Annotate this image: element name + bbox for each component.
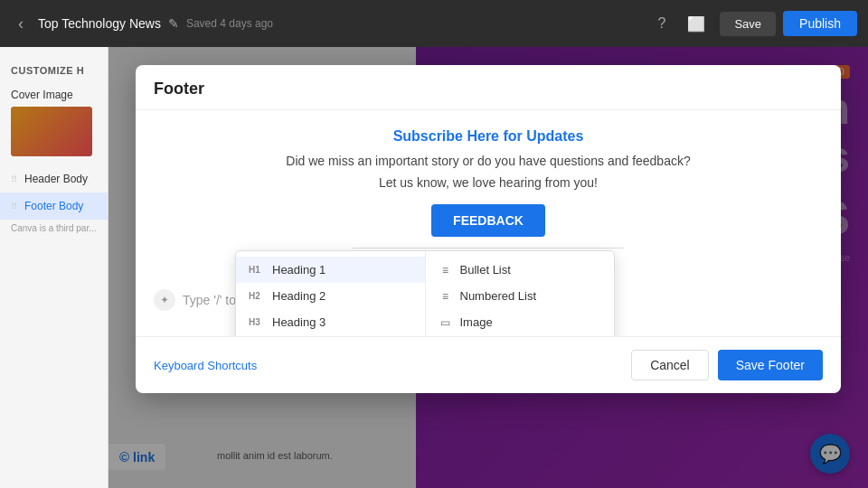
modal-description: Did we miss an important story or do you… [154, 154, 823, 168]
footer-modal: Footer Subscribe Here for Updates Did we… [136, 65, 841, 393]
cover-thumbnail[interactable] [11, 107, 92, 156]
modal-subtext: Let us know, we love hearing from you! [154, 175, 823, 190]
dropdown-columns: H1 Heading 1 H2 Heading 2 H3 Heading 3 [236, 251, 614, 336]
h2-label: Heading 2 [272, 289, 326, 303]
slash-icon: ✦ [154, 289, 175, 311]
h1-level: H1 [249, 265, 265, 275]
numbered-list-icon: ≡ [439, 290, 453, 303]
h3-label: Heading 3 [272, 315, 326, 329]
sidebar-label-header-body: Header Body [24, 173, 88, 185]
h1-label: Heading 1 [272, 263, 326, 277]
insert-dropdown: H1 Heading 1 H2 Heading 2 H3 Heading 3 [235, 250, 615, 336]
cover-thumb-inner [11, 107, 92, 156]
subscribe-link[interactable]: Subscribe Here for Updates [154, 128, 823, 145]
canva-note: Canva is a third par... [0, 220, 108, 237]
drag-handle-header: ⠿ [11, 174, 17, 184]
save-footer-button[interactable]: Save Footer [718, 350, 823, 380]
top-bar: ‹ Top Technology News ✎ Saved 4 days ago… [0, 0, 868, 47]
dropdown-item-button[interactable]: ▭ Button [426, 335, 615, 336]
dropdown-headings-col: H1 Heading 1 H2 Heading 2 H3 Heading 3 [236, 251, 426, 336]
help-button[interactable]: ? [651, 12, 674, 35]
dropdown-item-h1[interactable]: H1 Heading 1 [236, 257, 425, 283]
modal-overlay: Footer Subscribe Here for Updates Did we… [108, 47, 868, 488]
dropdown-item-h4[interactable]: H4 Heading 4 [236, 335, 425, 336]
top-bar-right: ? ⬜ Save Publish [651, 11, 857, 36]
cancel-button[interactable]: Cancel [631, 350, 709, 380]
preview-button[interactable]: ⬜ [680, 12, 712, 36]
publish-button[interactable]: Publish [783, 11, 857, 36]
back-button[interactable]: ‹ [11, 11, 31, 37]
drag-handle-footer: ⠿ [11, 202, 17, 211]
site-title: Top Technology News [38, 16, 161, 31]
dropdown-item-image[interactable]: ▭ Image [426, 309, 615, 335]
dropdown-item-h2[interactable]: H2 Heading 2 [236, 283, 425, 309]
top-bar-left: ‹ Top Technology News ✎ Saved 4 days ago [11, 11, 644, 37]
bullet-list-label: Bullet List [460, 263, 511, 277]
sidebar-section-label: CUSTOMIZE H [0, 56, 108, 80]
dropdown-item-bullet[interactable]: ≡ Bullet List [426, 257, 615, 283]
sidebar-item-header-body[interactable]: ⠿ Header Body [0, 165, 108, 192]
modal-actions: Cancel Save Footer [631, 350, 823, 380]
edit-icon[interactable]: ✎ [168, 16, 179, 31]
save-button[interactable]: Save [720, 12, 776, 36]
numbered-list-label: Numbered List [460, 289, 537, 303]
content-area: RECOMMENDED ech tes S abore et aliquip d… [108, 47, 868, 488]
saved-text: Saved 4 days ago [186, 17, 273, 30]
modal-title: Footer [154, 80, 204, 98]
feedback-button[interactable]: FEEDBACK [431, 204, 545, 237]
modal-header: Footer [136, 65, 841, 110]
h3-level: H3 [249, 317, 265, 327]
image-label: Image [460, 315, 493, 329]
modal-footer: Keyboard Shortcuts Cancel Save Footer [136, 336, 841, 393]
modal-body: Subscribe Here for Updates Did we miss a… [136, 110, 841, 336]
dropdown-blocks-col: ≡ Bullet List ≡ Numbered List ▭ Image [426, 251, 615, 336]
sidebar-label-footer-body: Footer Body [24, 200, 83, 212]
h2-level: H2 [249, 291, 265, 301]
sidebar-item-footer-body[interactable]: ⠿ Footer Body [0, 192, 108, 220]
divider [353, 248, 624, 249]
dropdown-item-h3[interactable]: H3 Heading 3 [236, 309, 425, 335]
bullet-list-icon: ≡ [439, 264, 453, 277]
main-area: CUSTOMIZE H Cover Image ⠿ Header Body ⠿ … [0, 47, 868, 488]
dropdown-item-numbered[interactable]: ≡ Numbered List [426, 283, 615, 309]
image-icon: ▭ [439, 316, 453, 329]
sidebar: CUSTOMIZE H Cover Image ⠿ Header Body ⠿ … [0, 47, 108, 488]
cover-image-section: Cover Image [0, 80, 108, 165]
keyboard-shortcuts-link[interactable]: Keyboard Shortcuts [154, 359, 257, 372]
cover-image-label: Cover Image [11, 89, 97, 101]
